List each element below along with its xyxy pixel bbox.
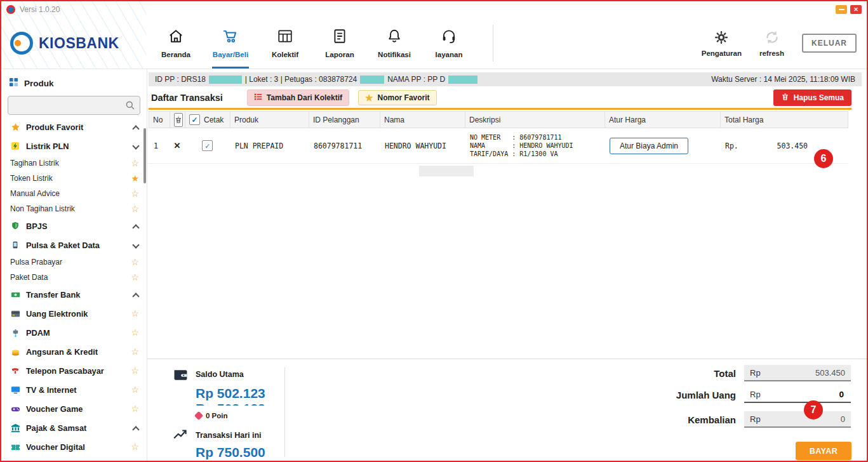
sidebar-item-voucher-game[interactable]: Voucher Game ☆ <box>1 399 147 418</box>
session-info-bar: ID PP : DRS18 | Loket : 3 | Petugas : 08… <box>149 72 862 86</box>
nav-notifikasi[interactable]: Notifikasi <box>367 18 422 69</box>
sidebar-item-tv-internet[interactable]: TV & Internet ☆ <box>1 380 147 399</box>
main-content: ID PP : DRS18 | Loket : 3 | Petugas : 08… <box>147 69 867 461</box>
refresh-icon <box>765 30 780 46</box>
star-outline-icon[interactable]: ☆ <box>131 385 139 394</box>
nav-layanan[interactable]: layanan <box>422 18 476 69</box>
sidebar-item-non-tagihan-listrik[interactable]: Non Tagihan Listrik ☆ <box>1 201 147 216</box>
settings-label: Pengaturan <box>702 50 742 57</box>
redaction-box <box>448 76 477 84</box>
nav-beranda[interactable]: Beranda <box>149 18 203 69</box>
sidebar-scrollbar[interactable] <box>144 128 146 183</box>
star-outline-icon[interactable]: ☆ <box>131 366 139 375</box>
minimize-button[interactable] <box>836 5 847 14</box>
chevron-up-icon <box>133 223 139 229</box>
col-deskripsi: Deskripsi <box>465 112 605 128</box>
chevron-down-icon <box>133 242 139 248</box>
pay-button[interactable]: BAYAR <box>796 442 851 460</box>
close-button[interactable]: ✕ <box>850 5 862 14</box>
sidebar-item-pulsa-paket-data[interactable]: Pulsa & Paket Data <box>1 235 147 254</box>
star-outline-icon[interactable]: ☆ <box>131 404 139 413</box>
star-outline-icon[interactable]: ☆ <box>131 442 139 451</box>
sidebar-item-transfer-bank[interactable]: Transfer Bank <box>1 285 147 304</box>
main-nav: Beranda Bayar/Beli Kolektif Laporan Noti… <box>149 18 493 69</box>
star-outline-icon[interactable]: ☆ <box>131 189 139 198</box>
favorite-number-button[interactable]: ★ Nomor Favorit <box>358 90 437 105</box>
app-header: KIOSBANK Beranda Bayar/Beli Kolektif Lap… <box>1 18 867 69</box>
sidebar-item-uang-elektronik[interactable]: Uang Elektronik ☆ <box>1 304 147 323</box>
id-pp-label: ID PP : DRS18 <box>155 75 206 84</box>
smartphone-icon <box>9 241 22 249</box>
chevron-up-icon <box>133 425 139 431</box>
star-outline-icon[interactable]: ☆ <box>131 309 139 318</box>
app-window: Versi 1.0.20 ✕ KIOSBANK Beranda Bayar/Be… <box>0 0 868 462</box>
list-icon <box>254 93 262 103</box>
star-outline-icon[interactable]: ☆ <box>131 273 139 282</box>
star-outline-icon[interactable]: ☆ <box>131 347 139 356</box>
sidebar-item-paket-data[interactable]: Paket Data ☆ <box>1 270 147 285</box>
sidebar-item-angsuran-kredit[interactable]: Angsuran & Kredit ☆ <box>1 342 147 361</box>
sidebar-item-tagihan-listrik[interactable]: Tagihan Listrik ☆ <box>1 155 147 171</box>
sidebar-item-telepon-pascabayar[interactable]: Telepon Pascabayar ☆ <box>1 361 147 380</box>
star-icon <box>9 122 22 132</box>
shield-icon <box>9 221 22 230</box>
sidebar-title-row: Produk <box>1 74 147 92</box>
cash-label: Jumlah Uang <box>676 390 736 400</box>
nav-bayar-beli[interactable]: Bayar/Beli <box>203 18 258 69</box>
row-id-pelanggan: 86079781711 <box>309 128 380 163</box>
sidebar-item-voucher-digital[interactable]: Voucher Digital ☆ <box>1 437 147 456</box>
nav-divider <box>493 25 493 62</box>
annotation-badge-6: 6 <box>814 149 833 168</box>
sidebar-item-produk-favorit[interactable]: Produk Favorit <box>1 117 147 136</box>
cash-input[interactable] <box>773 389 845 400</box>
sidebar-item-listrik-pln[interactable]: Listrik PLN <box>1 136 147 155</box>
server-time-label: Waktu Server : 14 Mei 2025, 11:18:09 WIB <box>711 75 855 84</box>
nav-kolektif[interactable]: Kolektif <box>258 18 312 69</box>
sidebar-item-manual-advice[interactable]: Manual Advice ☆ <box>1 186 147 201</box>
brand-name: KIOSBANK <box>39 35 119 52</box>
total-row: Total Rp 503.450 <box>578 365 851 381</box>
star-filled-icon[interactable]: ★ <box>131 174 139 183</box>
cetak-row-checkbox[interactable]: ✓ <box>202 140 213 151</box>
product-list: Produk Favorit Listrik PLN Tagihan Listr… <box>1 117 147 456</box>
telephone-icon <box>9 366 22 375</box>
delete-all-rows-button[interactable] <box>174 113 183 127</box>
sidebar-item-token-listrik[interactable]: Token Listrik ★ <box>1 171 147 186</box>
wallet-icon <box>173 367 189 385</box>
loading-placeholder <box>419 166 474 176</box>
add-from-collective-button[interactable]: Tambah Dari Kolektif <box>247 89 349 106</box>
sidebar-item-pdam[interactable]: PDAM ☆ <box>1 323 147 342</box>
kiosbank-logo-icon <box>10 32 33 55</box>
refresh-label: refresh <box>759 50 784 57</box>
sidebar-item-bpjs[interactable]: BPJS <box>1 216 147 235</box>
settings-button[interactable]: Pengaturan <box>702 30 742 57</box>
gamepad-icon <box>9 404 22 414</box>
tv-icon <box>9 385 22 395</box>
set-admin-fee-button[interactable]: Atur Biaya Admin <box>610 138 688 154</box>
delete-row-button[interactable]: ✕ <box>174 141 181 150</box>
product-search-input[interactable] <box>8 96 140 115</box>
row-no: 1 <box>149 128 170 163</box>
logout-button[interactable]: KELUAR <box>802 34 857 53</box>
today-transactions-label: Transaksi Hari ini <box>196 428 262 440</box>
coins-icon <box>9 347 22 357</box>
star-outline-icon[interactable]: ☆ <box>131 204 139 213</box>
chevron-up-icon <box>133 124 139 130</box>
total-label: Total <box>714 368 736 379</box>
star-outline-icon[interactable]: ☆ <box>131 258 139 267</box>
content-divider <box>147 359 867 359</box>
grid-icon <box>9 77 18 89</box>
nav-laporan[interactable]: Laporan <box>312 18 367 69</box>
cetak-all-checkbox[interactable]: ✓ <box>189 114 200 125</box>
sidebar-item-pajak-samsat[interactable]: Pajak & Samsat <box>1 418 147 437</box>
star-outline-icon[interactable]: ☆ <box>131 159 139 168</box>
star-outline-icon[interactable]: ☆ <box>131 328 139 337</box>
transaction-row: 1 ✕ ✓ PLN PREPAID 86079781711 HENDRO WAH… <box>149 128 848 164</box>
col-atur-harga: Atur Harga <box>605 112 721 128</box>
delete-all-button[interactable]: Hapus Semua <box>773 89 851 106</box>
col-id-pelanggan: ID Pelanggan <box>309 112 380 128</box>
row-deskripsi: NO METER : 86079781711 NAMA : HENDRO WAH… <box>465 128 604 163</box>
cart-icon <box>222 28 239 47</box>
refresh-button[interactable]: refresh <box>759 30 784 57</box>
sidebar-item-pulsa-prabayar[interactable]: Pulsa Prabayar ☆ <box>1 254 147 270</box>
